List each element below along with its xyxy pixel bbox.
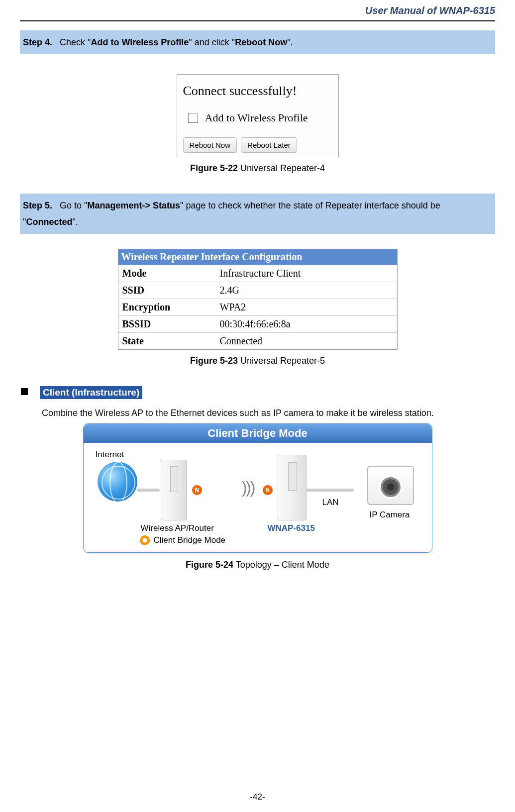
config-value-enc: WPA2	[216, 299, 397, 315]
add-profile-checkbox[interactable]	[188, 113, 198, 123]
wireless-n-icon: N	[263, 485, 273, 495]
step4-text-mid: " and click "	[189, 37, 235, 47]
step4-text-suffix: ".	[287, 37, 293, 47]
step5-bold2: Connected	[26, 217, 72, 227]
table-row: SSID 2.4G	[118, 282, 397, 299]
table-row: BSSID 00:30:4f:66:e6:8a	[118, 315, 397, 332]
step4-bar: Step 4. Check "Add to Wireless Profile" …	[20, 30, 495, 54]
config-label-bssid: BSSID	[118, 316, 216, 332]
bullet-icon	[21, 388, 28, 395]
bridge-mode-text: Client Bridge Mode	[154, 535, 226, 545]
wnap-label: WNAP-6315	[268, 523, 315, 533]
section-body: Combine the Wireless AP to the Ethernet …	[42, 408, 495, 418]
step5-text-prefix: Go to "	[60, 201, 87, 210]
add-profile-label: Add to Wireless Profile	[205, 111, 308, 124]
figure-5-24-caption: Figure 5-24 Topology – Client Mode	[20, 560, 495, 570]
config-value-bssid: 00:30:4f:66:e6:8a	[216, 316, 397, 332]
caption3-rest: Topology – Client Mode	[233, 560, 329, 570]
config-label-mode: Mode	[118, 265, 216, 282]
step4-label: Step 4.	[23, 37, 52, 47]
config-value-ssid: 2.4G	[216, 282, 397, 299]
step5-label: Step 5.	[23, 201, 52, 210]
reboot-later-button[interactable]: Reboot Later	[241, 137, 297, 153]
step4-text-prefix: Check "	[60, 37, 91, 47]
globe-icon	[98, 462, 137, 502]
step4-bold2: Reboot Now	[235, 37, 287, 47]
table-row: Mode Infrastructure Client	[118, 265, 397, 282]
reboot-now-button[interactable]: Reboot Now	[183, 137, 237, 153]
camera-lens-icon	[379, 476, 402, 499]
lan-label: LAN	[322, 498, 339, 508]
internet-label: Internet	[96, 450, 124, 460]
page-number: -42-	[0, 792, 515, 802]
header-divider	[20, 20, 495, 21]
bridge-mode-label: Client Bridge Mode	[140, 535, 226, 545]
cable-icon	[307, 489, 354, 492]
wireless-n-icon: N	[192, 485, 202, 495]
config-label-enc: Encryption	[118, 299, 216, 315]
config-label-state: State	[118, 333, 216, 349]
config-value-state: Connected	[216, 333, 397, 349]
caption3-bold: Figure 5-24	[186, 560, 233, 570]
table-row: State Connected	[118, 332, 397, 349]
section-title: Client (Infrastructure)	[40, 386, 142, 399]
wireless-waves-icon: )))	[242, 478, 254, 497]
caption1-bold: Figure 5-22	[190, 163, 238, 173]
ap-label: Wireless AP/Router	[141, 523, 214, 533]
wnap-device-icon	[278, 455, 307, 520]
ap-device-icon	[161, 460, 187, 520]
header-title: User Manual of WNAP-6315	[20, 0, 495, 16]
ip-camera-label: IP Camera	[370, 510, 410, 520]
step5-bar: Step 5. Go to "Management-> Status" page…	[20, 194, 495, 234]
config-table-header: Wireless Repeater Interface Configuratio…	[118, 249, 397, 265]
caption2-bold: Figure 5-23	[190, 356, 238, 366]
step5-bold1: Management-> Status	[87, 201, 180, 210]
table-row: Encryption WPA2	[118, 299, 397, 315]
orange-ring-icon	[140, 535, 150, 545]
step4-bold1: Add to Wireless Profile	[91, 37, 189, 47]
caption1-rest: Universal Repeater-4	[238, 163, 325, 173]
caption2-rest: Universal Repeater-5	[238, 356, 325, 366]
topology-title: Client Bridge Mode	[84, 424, 432, 443]
step5-text-suffix: ".	[72, 217, 78, 227]
topology-diagram: Client Bridge Mode Internet N ))) N LAN …	[83, 423, 432, 553]
dialog-title: Connect successfully!	[183, 81, 332, 109]
config-label-ssid: SSID	[118, 282, 216, 299]
config-table: Wireless Repeater Interface Configuratio…	[118, 249, 398, 350]
config-value-mode: Infrastructure Client	[216, 265, 397, 282]
figure-5-23-caption: Figure 5-23 Universal Repeater-5	[20, 356, 495, 366]
cable-icon	[137, 489, 160, 492]
ip-camera-icon	[367, 466, 414, 505]
topology-body: Internet N ))) N LAN IP Camera Wireless …	[84, 443, 432, 552]
connect-dialog: Connect successfully! Add to Wireless Pr…	[177, 74, 339, 157]
figure-5-22-caption: Figure 5-22 Universal Repeater-4	[20, 163, 495, 174]
